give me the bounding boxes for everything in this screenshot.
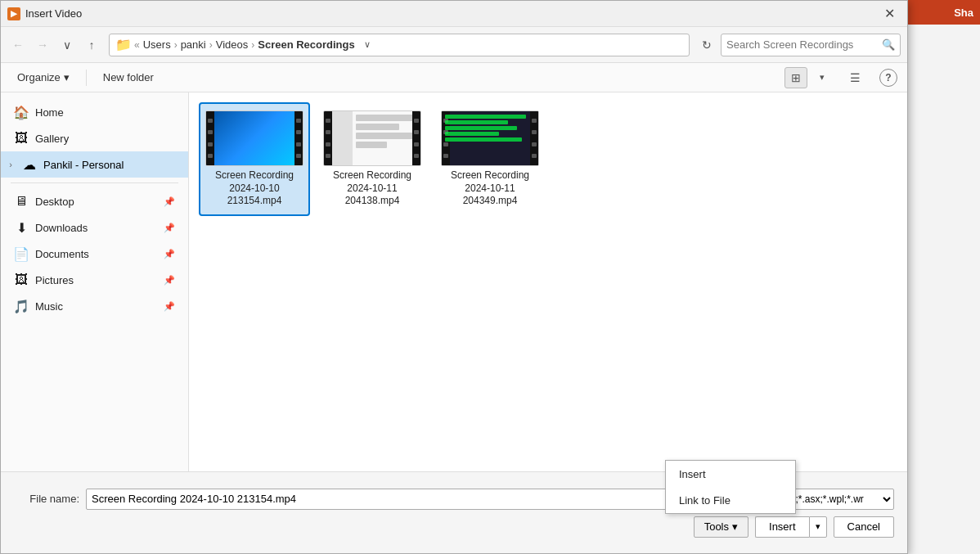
film-strip-right-3 — [530, 111, 538, 165]
sidebar-divider — [11, 182, 178, 183]
pictures-icon: 🖼 — [14, 272, 29, 287]
dropdown-item-insert[interactable]: Insert — [666, 461, 795, 487]
sidebar-item-music[interactable]: 🎵 Music 📌 — [1, 293, 188, 319]
toolbar-right: ⊞ ▾ ☰ ? — [784, 67, 897, 88]
insert-button[interactable]: Insert — [755, 516, 809, 538]
terminal-thumbnail — [442, 111, 538, 165]
ppt-share-label: Sha — [954, 7, 973, 19]
file-grid: Screen Recording2024-10-10213154.mp4 — [199, 102, 897, 216]
sidebar-label-gallery: Gallery — [35, 133, 69, 145]
sidebar-label-home: Home — [35, 106, 64, 119]
film-hole — [326, 142, 330, 146]
breadcrumb: 📁 « Users › panki › Videos › Screen Reco… — [109, 34, 690, 56]
help-button[interactable]: ? — [879, 69, 897, 87]
win11-thumbnail — [206, 111, 303, 165]
list-item[interactable]: Screen Recording2024-10-11204349.mp4 — [434, 102, 546, 216]
film-hole — [296, 142, 301, 146]
organize-caret: ▾ — [64, 71, 70, 83]
dialog-icon-symbol: ▶ — [11, 9, 17, 18]
list-item[interactable]: Screen Recording2024-10-11204138.mp4 — [317, 102, 428, 216]
film-hole — [414, 154, 419, 158]
ui-block — [356, 115, 417, 121]
film-hole — [532, 119, 537, 123]
music-icon: 🎵 — [14, 299, 29, 313]
refresh-button[interactable]: ↻ — [696, 34, 717, 56]
back-button[interactable]: ← — [7, 34, 29, 56]
thumb-inner-3 — [442, 111, 538, 165]
filename-input[interactable] — [86, 489, 708, 510]
terminal-line — [445, 132, 499, 136]
thumb-inner-2 — [324, 111, 420, 165]
cloud-icon: ☁ — [22, 157, 37, 172]
sidebar-item-desktop[interactable]: 🖥 Desktop 📌 — [1, 188, 188, 214]
up-button[interactable]: ↑ — [81, 34, 102, 56]
insert-dropdown-button[interactable]: ▾ — [809, 516, 827, 538]
sidebar-item-downloads[interactable]: ⬇ Downloads 📌 — [1, 214, 188, 241]
sidebar-label-documents: Documents — [35, 248, 89, 260]
tools-button[interactable]: Tools ▾ — [694, 516, 748, 538]
ui-block — [356, 124, 398, 130]
film-hole — [208, 154, 213, 158]
file-thumbnail-3 — [441, 110, 539, 166]
dialog-title: Insert Video — [25, 7, 878, 20]
breadcrumb-item-users[interactable]: Users — [143, 38, 171, 51]
view-details-button[interactable]: ☰ — [843, 67, 866, 88]
breadcrumb-item-panki[interactable]: panki — [181, 38, 206, 51]
film-hole — [443, 142, 448, 146]
film-hole — [326, 154, 330, 158]
sidebar-label-desktop: Desktop — [35, 196, 74, 208]
breadcrumb-item-videos[interactable]: Videos — [216, 38, 249, 51]
sidebar-item-gallery[interactable]: 🖼 Gallery — [1, 125, 188, 151]
dialog-icon: ▶ — [7, 7, 20, 20]
file-thumbnail-2 — [323, 110, 421, 166]
gallery-icon: 🖼 — [14, 131, 29, 146]
bottom-actions: Tools ▾ Insert ▾ Cancel — [14, 516, 894, 538]
sidebar-label-music: Music — [35, 300, 63, 313]
forward-button[interactable]: → — [32, 34, 53, 56]
toolbar-separator — [86, 70, 87, 86]
main-area: 🏠 Home 🖼 Gallery › ☁ Pankil - Personal 🖥… — [1, 92, 907, 471]
file-label-3: Screen Recording2024-10-11204349.mp4 — [451, 169, 529, 208]
recent-locations-button[interactable]: ∨ — [56, 34, 78, 56]
sidebar-label-downloads: Downloads — [35, 222, 88, 234]
new-folder-label: New folder — [103, 71, 154, 83]
film-hole — [208, 119, 213, 123]
film-hole — [296, 154, 301, 158]
breadcrumb-item-screenrecordings[interactable]: Screen Recordings — [258, 38, 355, 51]
insert-video-dialog: ▶ Insert Video ✕ ← → ∨ ↑ 📁 « Users › pan… — [0, 0, 908, 554]
film-hole — [296, 119, 301, 123]
sidebar-label-pankil: Pankil - Personal — [43, 159, 124, 171]
home-icon: 🏠 — [14, 105, 29, 119]
close-button[interactable]: ✕ — [878, 2, 901, 25]
new-folder-button[interactable]: New folder — [97, 67, 160, 88]
dropdown-item-link-to-file[interactable]: Link to File — [666, 487, 795, 513]
cancel-button[interactable]: Cancel — [834, 516, 894, 538]
search-icon[interactable]: 🔍 — [882, 38, 895, 51]
film-hole — [326, 130, 330, 134]
film-hole — [532, 154, 537, 158]
film-hole — [208, 130, 213, 134]
film-hole — [326, 119, 330, 123]
view-large-icons-button[interactable]: ⊞ — [784, 67, 807, 88]
sidebar-item-pankil[interactable]: › ☁ Pankil - Personal — [1, 151, 188, 178]
search-input[interactable] — [726, 38, 882, 51]
sidebar-item-documents[interactable]: 📄 Documents 📌 — [1, 241, 188, 267]
music-pin-icon: 📌 — [164, 301, 175, 312]
film-hole — [414, 130, 419, 134]
film-strip-left-2 — [324, 111, 332, 165]
organize-button[interactable]: Organize ▾ — [11, 67, 76, 88]
list-item[interactable]: Screen Recording2024-10-10213154.mp4 — [199, 102, 310, 216]
sidebar-item-pictures[interactable]: 🖼 Pictures 📌 — [1, 267, 188, 293]
file-area: Screen Recording2024-10-10213154.mp4 — [189, 92, 907, 471]
documents-icon: 📄 — [14, 246, 29, 261]
breadcrumb-dropdown-button[interactable]: ∨ — [358, 36, 376, 54]
tools-label: Tools — [704, 520, 729, 533]
film-strip-right-2 — [412, 111, 420, 165]
folder-icon: 📁 — [116, 38, 131, 52]
downloads-pin-icon: 📌 — [164, 223, 175, 233]
desktop-icon: 🖥 — [14, 194, 29, 209]
sidebar-item-home[interactable]: 🏠 Home — [1, 99, 188, 125]
view-dropdown-button[interactable]: ▾ — [811, 67, 834, 88]
terminal-line — [445, 126, 517, 130]
ui-block — [356, 142, 386, 148]
